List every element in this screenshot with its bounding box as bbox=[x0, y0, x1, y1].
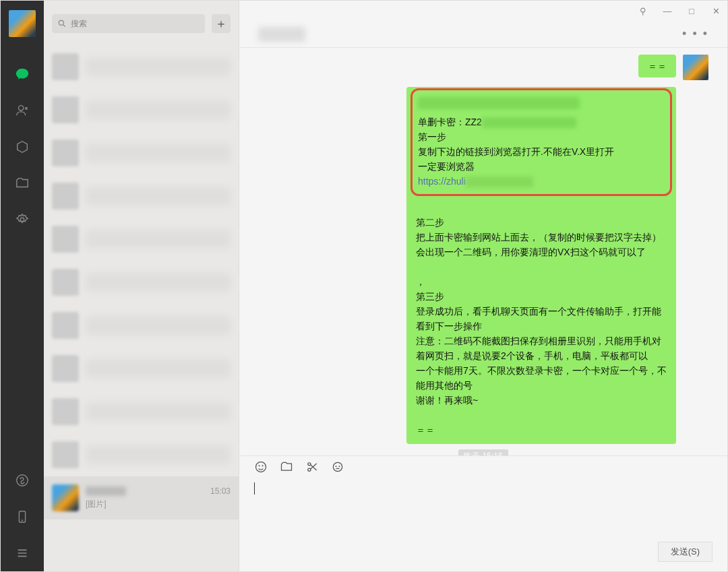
text-cursor bbox=[254, 482, 255, 495]
scissors-icon[interactable] bbox=[305, 460, 319, 476]
contacts-icon[interactable] bbox=[15, 103, 30, 118]
svg-point-5 bbox=[59, 20, 63, 25]
svg-point-11 bbox=[333, 462, 342, 471]
svg-point-8 bbox=[262, 466, 263, 466]
message-bubble[interactable]: ＝＝ bbox=[638, 55, 676, 77]
message-text: 一个卡能用7天。不限次数登录卡密，一个卡对应一个号，不能用其他的号 bbox=[416, 365, 667, 391]
search-placeholder: 搜索 bbox=[71, 18, 87, 30]
highlight-annotation: 单删卡密：ZZ2 第一步 复制下边的链接到浏览器打开.不能在V.X里打开 一定要… bbox=[411, 88, 672, 196]
message-text: 谢谢！再来哦~ bbox=[416, 395, 478, 406]
send-button[interactable]: 发送(S) bbox=[658, 542, 712, 562]
message-text: ＝＝ bbox=[648, 61, 667, 71]
window-controls: ⚲ — □ ✕ bbox=[239, 1, 727, 21]
message-text: 登录成功后，看手机聊天页面有一个文件传输助手，打开能看到下一步操作 bbox=[416, 306, 661, 331]
chat-item[interactable] bbox=[44, 131, 239, 174]
link[interactable]: https://zhuli bbox=[418, 176, 466, 187]
svg-point-13 bbox=[339, 466, 340, 467]
redacted bbox=[466, 177, 533, 187]
files-icon[interactable] bbox=[15, 176, 30, 191]
search-input[interactable]: 搜索 bbox=[52, 14, 205, 33]
phone-icon[interactable] bbox=[15, 509, 30, 524]
message-text: 一定要浏览器 bbox=[418, 161, 475, 172]
redacted bbox=[418, 97, 580, 109]
chat-item[interactable] bbox=[44, 88, 239, 131]
chat-item-selected[interactable]: 15:03 [图片] bbox=[44, 476, 239, 519]
message-text: 把上面卡密输到网站上面去，（复制的时候要把汉字去掉）会出现一个二维码，用你要清理… bbox=[416, 232, 661, 257]
miniapp-icon[interactable] bbox=[15, 473, 30, 488]
avatar[interactable] bbox=[683, 55, 708, 80]
message-scroll[interactable]: ＝＝ 单删卡密：ZZ2 第一步 复制下边的链接到浏览器打开.不能在V.X里打开 … bbox=[239, 48, 727, 455]
close-button[interactable]: ✕ bbox=[711, 6, 721, 16]
chat-item[interactable] bbox=[44, 390, 239, 433]
chat-icon[interactable] bbox=[15, 67, 30, 82]
chat-item[interactable] bbox=[44, 218, 239, 261]
chat-item-name bbox=[86, 486, 126, 496]
chat-list[interactable]: 15:03 [图片] bbox=[44, 40, 239, 571]
message-bubble[interactable]: 单删卡密：ZZ2 第一步 复制下边的链接到浏览器打开.不能在V.X里打开 一定要… bbox=[406, 87, 676, 444]
chat-list-panel: 搜索 ＋ 15:03 [图片] bbox=[44, 1, 239, 571]
chat-item[interactable] bbox=[44, 304, 239, 347]
input-toolbar bbox=[239, 455, 727, 480]
chat-item-time: 15:03 bbox=[210, 486, 231, 496]
history-icon[interactable] bbox=[331, 460, 344, 476]
self-avatar[interactable] bbox=[9, 10, 36, 37]
message-text: 第一步 bbox=[418, 131, 446, 142]
chat-title bbox=[258, 27, 305, 42]
message-text: 复制下边的链接到浏览器打开.不能在V.X里打开 bbox=[418, 146, 614, 157]
chat-item[interactable] bbox=[44, 45, 239, 88]
maximize-button[interactable]: □ bbox=[687, 6, 696, 16]
chat-pane: ⚲ — □ ✕ • • • ＝＝ 单删卡密：ZZ2 第一步 bbox=[239, 1, 727, 571]
add-button[interactable]: ＋ bbox=[212, 14, 231, 33]
chat-item[interactable] bbox=[44, 433, 239, 476]
chat-item[interactable] bbox=[44, 174, 239, 218]
timestamp: 昨天 15:16 bbox=[258, 451, 708, 455]
svg-point-4 bbox=[22, 520, 23, 521]
svg-point-12 bbox=[336, 466, 336, 467]
chat-item[interactable] bbox=[44, 347, 239, 390]
message-text: 单删卡密：ZZ2 bbox=[418, 117, 482, 127]
message-input[interactable] bbox=[239, 480, 727, 542]
minimize-button[interactable]: — bbox=[663, 6, 672, 16]
nav-rail bbox=[1, 1, 44, 571]
settings-flower-icon[interactable] bbox=[15, 212, 30, 227]
svg-point-7 bbox=[259, 466, 260, 466]
message-text: 第三步 bbox=[416, 291, 444, 302]
app-window: 搜索 ＋ 15:03 [图片] bbox=[0, 0, 728, 572]
message-text: ， bbox=[416, 276, 425, 287]
pin-button[interactable]: ⚲ bbox=[638, 6, 648, 16]
emoji-icon[interactable] bbox=[254, 460, 268, 476]
avatar bbox=[52, 484, 79, 511]
chat-item[interactable] bbox=[44, 261, 239, 304]
svg-point-6 bbox=[256, 462, 266, 472]
message-text: 第二步 bbox=[416, 217, 444, 228]
more-icon[interactable]: • • • bbox=[682, 27, 708, 41]
folder-icon[interactable] bbox=[280, 460, 293, 476]
chat-item-preview: [图片] bbox=[86, 499, 231, 510]
menu-icon[interactable] bbox=[15, 546, 30, 561]
svg-point-0 bbox=[19, 106, 24, 110]
redacted bbox=[482, 117, 576, 128]
chat-header: • • • bbox=[239, 21, 727, 48]
message-row-out: 单删卡密：ZZ2 第一步 复制下边的链接到浏览器打开.不能在V.X里打开 一定要… bbox=[258, 87, 708, 444]
message-text: 注意：二维码不能截图扫保存到相册里识别，只能用手机对着网页扫，就是说要2个设备，… bbox=[416, 336, 661, 361]
apps-icon[interactable] bbox=[15, 139, 30, 154]
message-row-out: ＝＝ bbox=[258, 55, 708, 80]
timestamp-text: 昨天 15:16 bbox=[458, 449, 508, 455]
message-text: ＝＝ bbox=[416, 424, 435, 435]
